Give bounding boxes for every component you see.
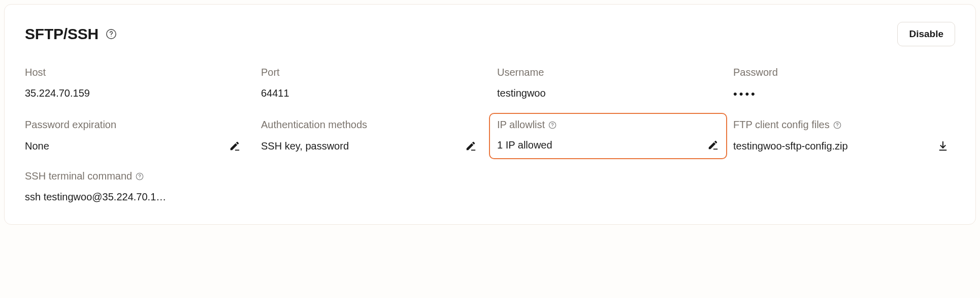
field-auth-methods: Authentication methods SSH key, password <box>261 119 483 152</box>
auth-methods-value: SSH key, password <box>261 140 349 152</box>
card-header: SFTP/SSH Disable <box>25 22 955 46</box>
field-host: Host 35.224.70.159 <box>25 67 247 101</box>
help-icon[interactable] <box>833 121 842 130</box>
svg-point-1 <box>111 36 111 37</box>
svg-rect-2 <box>235 150 239 151</box>
title-wrap: SFTP/SSH <box>25 25 117 43</box>
field-password-expiration: Password expiration None <box>25 119 247 152</box>
sftp-ssh-card: SFTP/SSH Disable Host 35.224.70.159 Port… <box>4 4 976 225</box>
password-value-row: •••• <box>733 87 955 101</box>
edit-icon[interactable] <box>707 139 719 151</box>
edit-icon[interactable] <box>465 140 477 152</box>
help-icon[interactable] <box>106 28 117 40</box>
ftp-config-label-text: FTP client config files <box>733 119 830 131</box>
help-icon[interactable] <box>548 121 557 130</box>
disable-button[interactable]: Disable <box>897 22 955 46</box>
field-port: Port 64411 <box>261 67 483 101</box>
field-ip-allowlist[interactable]: IP allowlist 1 IP allowed <box>489 113 727 159</box>
svg-point-10 <box>140 177 140 178</box>
ip-allowlist-value: 1 IP allowed <box>497 139 552 151</box>
field-ssh-command: SSH terminal command ssh testingwoo@35.2… <box>25 170 247 203</box>
auth-methods-value-row: SSH key, password <box>261 140 483 152</box>
ssh-command-value: ssh testingwoo@35.224.70.1… <box>25 191 166 203</box>
port-value: 64411 <box>261 87 289 99</box>
username-value: testingwoo <box>497 87 546 99</box>
ftp-config-value-row: testingwoo-sftp-config.zip <box>733 140 955 152</box>
ftp-config-value: testingwoo-sftp-config.zip <box>733 140 848 152</box>
section-title: SFTP/SSH <box>25 25 99 43</box>
password-expiration-label: Password expiration <box>25 119 247 131</box>
host-value: 35.224.70.159 <box>25 87 90 99</box>
field-username: Username testingwoo <box>497 67 719 101</box>
svg-point-8 <box>837 126 837 127</box>
download-icon[interactable] <box>937 140 949 152</box>
ssh-command-label-text: SSH terminal command <box>25 170 132 182</box>
host-label: Host <box>25 67 247 78</box>
auth-methods-label: Authentication methods <box>261 119 483 131</box>
ip-allowlist-label-text: IP allowlist <box>497 119 545 131</box>
field-password: Password •••• <box>733 67 955 101</box>
host-value-row: 35.224.70.159 <box>25 87 247 99</box>
ssh-command-value-row: ssh testingwoo@35.224.70.1… <box>25 191 247 203</box>
svg-rect-3 <box>471 150 475 151</box>
ip-allowlist-label: IP allowlist <box>497 119 719 131</box>
username-value-row: testingwoo <box>497 87 719 99</box>
password-label: Password <box>733 67 955 78</box>
password-value: •••• <box>733 87 757 101</box>
ftp-config-label: FTP client config files <box>733 119 955 131</box>
ssh-command-label: SSH terminal command <box>25 170 247 182</box>
edit-icon[interactable] <box>228 140 241 152</box>
username-label: Username <box>497 67 719 78</box>
svg-rect-6 <box>713 148 717 150</box>
password-expiration-value-row: None <box>25 140 247 152</box>
ip-allowlist-value-row: 1 IP allowed <box>497 139 719 151</box>
field-ftp-config: FTP client config files testingwoo-sftp-… <box>733 119 955 152</box>
port-value-row: 64411 <box>261 87 483 99</box>
svg-point-5 <box>552 126 553 127</box>
password-expiration-value: None <box>25 140 49 152</box>
port-label: Port <box>261 67 483 78</box>
fields-grid: Host 35.224.70.159 Port 64411 Username t… <box>25 67 955 203</box>
help-icon[interactable] <box>135 172 144 181</box>
